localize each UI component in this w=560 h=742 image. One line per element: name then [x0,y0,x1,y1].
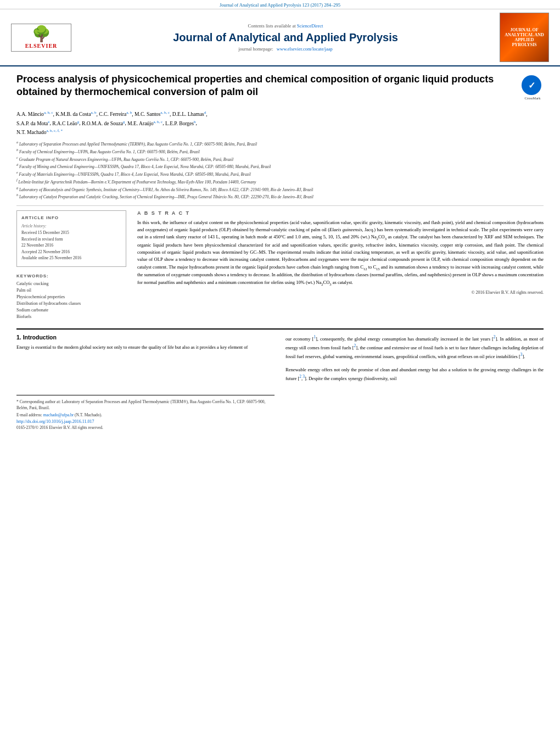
keywords-box: Keywords: Catalytic cracking Palm oil Ph… [16,271,126,323]
keyword-1: Catalytic cracking [16,281,126,287]
doi-link[interactable]: http://dx.doi.org/10.1016/j.jaap.2016.11… [16,419,275,424]
keyword-5: Sodium carbonate [16,307,126,313]
keyword-4: Distribution of hydrocarbons classes [16,300,126,306]
email-label: E-mail address: [16,412,42,417]
ref-3b[interactable]: 3 [303,374,305,379]
elsevier-wordmark: ELSEVIER [14,43,69,49]
crossmark-label: CrossMark [522,96,544,100]
author-6: S.A.P. da Motae [16,121,49,126]
email-line: E-mail address: machado@ufpa.br (N.T. Ma… [16,412,275,417]
ref-2a[interactable]: 2 [494,334,496,339]
crossmark-icon: ✓ [522,75,541,95]
elsevier-tree-icon: 🌳 [14,26,69,42]
affiliation-f: f Leibniz-Institut für Agrartechnik Pots… [16,178,544,185]
affiliation-c: c Graduate Program of Natural Resources … [16,155,544,163]
intro-heading: 1. Introduction [16,334,275,341]
corresponding-author-note: * Corresponding author at: Laboratory of… [16,399,275,411]
journal-citation: Journal of Analytical and Applied Pyroly… [220,2,340,8]
ref-1[interactable]: 1 [313,334,316,339]
affiliation-a: a Laboratory of Separation Processes and… [16,140,544,147]
affiliation-d: d Faculty of Mining and Chemical Enginee… [16,163,544,170]
abstract-section: A B S T R A C T In this work, the influe… [137,210,544,295]
keyword-2: Palm oil [16,287,126,293]
homepage-url[interactable]: www.elsevier.com/locate/jaap [277,46,333,52]
affiliations-section: a Laboratory of Separation Processes and… [16,140,544,200]
author-2: K.M.B. da Costaa, b [55,111,96,117]
divider-1 [16,205,544,206]
bottom-divider [16,328,544,330]
journal-logo-image: JOURNAL OFANALYTICAL ANDAPPLIEDPYROLYSIS [500,13,549,62]
author-10: L.E.P. Borgesh [165,121,196,126]
issn-line: 0165-2370/© 2016 Elsevier B.V. All right… [16,425,275,430]
elsevier-logo: 🌳 ELSEVIER [11,24,71,52]
right-column: A B S T R A C T In this work, the influe… [137,210,544,323]
revised-label: Received in revised form [21,237,121,243]
footnote-section: * Corresponding author at: Laboratory of… [16,395,275,431]
ref-2b[interactable]: 2 [354,343,356,348]
author-7: R.A.C Leãog [52,121,79,126]
affiliation-h: h Laboratory of Catalyst Preparation and… [16,193,544,200]
intro-right-col: our economy [1], consequently, the globa… [285,334,544,431]
affiliation-e: e Faculty of Materials Engineering—UNIFE… [16,170,544,177]
intro-para2: our economy [1], consequently, the globa… [285,334,544,360]
ref-2c[interactable]: 2 [299,374,301,379]
author-3: C.C. Ferreiraa, b [99,111,132,117]
author-1: A.A. Mâncioa, b, c [16,111,53,117]
left-column: ARTICLE INFO Article history: Received 1… [16,210,126,323]
email-address[interactable]: machado@ufpa.br [43,412,74,417]
journal-top-bar: Journal of Analytical and Applied Pyroly… [0,0,560,9]
page-wrapper: Journal of Analytical and Applied Pyroly… [0,0,560,742]
elsevier-logo-inner: 🌳 ELSEVIER [11,24,71,52]
journal-homepage-line: journal homepage: www.elsevier.com/locat… [77,46,494,52]
keyword-6: Biofuels [16,314,126,320]
affiliation-b: b Faculty of Chemical Engineering—UFPA, … [16,148,544,155]
article-history-label: Article history: [21,224,121,228]
keywords-title: Keywords: [16,274,126,278]
introduction-section: 1. Introduction Energy is essential to t… [16,334,544,431]
abstract-text: In this work, the influence of catalyst … [137,219,544,287]
authors-section: A.A. Mâncioa, b, c, K.M.B. da Costaa, b,… [16,110,544,137]
homepage-prefix: journal homepage: [238,46,273,52]
online-date: Available online 25 November 2016 [21,255,121,261]
sciencedirect-link-text[interactable]: ScienceDirect [297,23,323,29]
article-title-section: Process analysis of physicochemical prop… [16,73,544,104]
intro-left-col: 1. Introduction Energy is essential to t… [16,334,275,431]
species-name: Elaeis guineensis [329,227,362,232]
intro-para1: Energy is essential to the modern global… [16,344,275,351]
revised-date: 22 November 2016 [21,243,121,249]
affiliation-g: g Laboratory of Biocatalysis and Organic… [16,186,544,193]
article-title: Process analysis of physicochemical prop… [16,73,516,99]
accepted-date: Accepted 22 November 2016 [21,249,121,255]
article-info-title: ARTICLE INFO [21,215,121,220]
intro-para3: Renewable energy offers not only the pro… [285,366,544,382]
sciencedirect-line: Contents lists available at ScienceDirec… [77,23,494,29]
keyword-3: Physicochemical properties [16,294,126,300]
journal-logo-right: JOURNAL OFANALYTICAL ANDAPPLIEDPYROLYSIS [500,13,549,62]
journal-header: 🌳 ELSEVIER Contents lists available at S… [0,9,560,66]
journal-header-center: Contents lists available at ScienceDirec… [77,23,494,52]
sciencedirect-prefix: Contents lists available at [248,23,296,29]
author-9: M.E. Araújoa, b, c [127,121,163,126]
abstract-title: A B S T R A C T [137,210,544,216]
author-11: N.T. Machadoa, b, c, f, * [16,130,63,135]
article-info-box: ARTICLE INFO Article history: Received 1… [16,210,126,267]
article-content: Process analysis of physicochemical prop… [0,66,560,430]
journal-logo-text: JOURNAL OFANALYTICAL ANDAPPLIEDPYROLYSIS [502,25,546,49]
author-4: M.C. Santosa, b, c [135,111,170,117]
copyright-line: © 2016 Elsevier B.V. All rights reserved… [137,290,544,295]
ref-3[interactable]: 3 [520,352,523,357]
crossmark-container: ✓ CrossMark [522,75,544,100]
author-8: R.O.M.A. de Souzag [82,121,125,126]
journal-title: Journal of Analytical and Applied Pyroly… [77,31,494,44]
two-col-layout: ARTICLE INFO Article history: Received 1… [16,210,544,323]
received-date: Received 15 December 2015 [21,230,121,236]
author-5: D.E.L. Lhamasd [172,111,206,117]
email-name: (N.T. Machado). [75,412,102,417]
